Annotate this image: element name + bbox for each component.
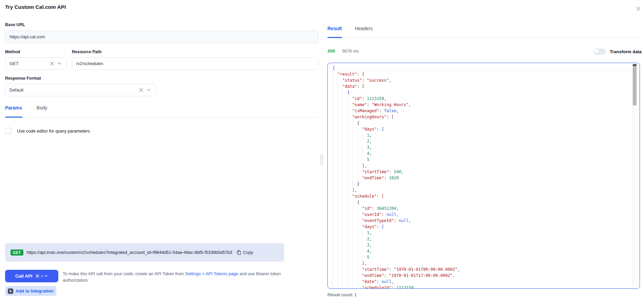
code-editor-checkbox[interactable] (5, 128, 12, 134)
tab-body[interactable]: Body (37, 105, 47, 117)
transform-data-label: Transform data (610, 49, 642, 54)
method-clear-icon[interactable] (48, 60, 56, 67)
response-format-clear-icon[interactable] (137, 86, 145, 94)
tab-result[interactable]: Result (327, 26, 342, 38)
response-format-label: Response Format (5, 76, 41, 81)
resource-path-label: Resource Path (72, 49, 102, 54)
tab-headers[interactable]: Headers (355, 26, 373, 38)
code-editor-checkbox-label: Use code editor for query parameters (17, 128, 90, 134)
status-code: 200 (327, 48, 335, 54)
hint-prefix: To make this API call from your code, cr… (63, 271, 184, 276)
method-select[interactable]: GET (5, 57, 67, 70)
api-token-hint: To make this API call from your code, cr… (63, 270, 303, 283)
add-to-integration-label: Add to Integration (16, 288, 54, 294)
json-result-viewer[interactable]: {"result": {"status": "success","data": … (327, 63, 640, 289)
status-separator: · (338, 48, 339, 54)
call-api-shortcut: ⌘ + ↵ (35, 274, 48, 279)
response-format-chevron-down-icon[interactable] (145, 86, 152, 94)
scrollbar-thumb[interactable] (633, 66, 637, 105)
request-tabs: Params Body (5, 105, 319, 118)
api-tokens-link[interactable]: Settings > API Tokens page (185, 271, 238, 276)
copy-icon (237, 250, 241, 255)
resource-path-input[interactable] (72, 57, 319, 70)
try-api-dialog: Try Custom Cal.com API Base URL Method G… (0, 0, 644, 302)
call-api-button[interactable]: Call API ⌘ + ↵ (5, 270, 58, 282)
code-editor-checkbox-row: Use code editor for query parameters (5, 128, 90, 134)
method-chevron-down-icon[interactable] (56, 60, 63, 67)
panel-resize-handle[interactable] (320, 154, 323, 165)
method-label: Method (5, 49, 20, 54)
close-button[interactable] (635, 5, 642, 12)
toggle-knob (594, 49, 599, 54)
base-url-input[interactable] (5, 31, 319, 43)
code-scrollbar[interactable] (632, 63, 637, 288)
json-code: {"result": {"status": "success","data": … (328, 63, 634, 288)
transform-data-toggle[interactable] (593, 48, 606, 55)
transform-data-row: Transform data (585, 48, 642, 55)
base-url-label: Base URL (5, 22, 25, 27)
response-tabs: Result Headers (327, 26, 642, 38)
response-status-row: 200 · 5678 ms (327, 48, 359, 54)
call-api-label: Call API (15, 274, 33, 279)
copy-button[interactable]: Copy (237, 250, 253, 255)
add-to-integration-button[interactable]: Add to Integration (5, 286, 56, 296)
method-badge: GET (11, 249, 23, 256)
response-format-value: Default (9, 87, 137, 93)
method-value: GET (9, 61, 48, 66)
copy-label: Copy (243, 250, 253, 255)
request-url: https://api.truto.one/custom/v2/schedule… (27, 250, 233, 255)
request-url-bar: GET https://api.truto.one/custom/v2/sche… (5, 243, 284, 262)
result-count: Result count: 1 (327, 292, 357, 297)
page-title: Try Custom Cal.com API (5, 4, 66, 10)
tab-params[interactable]: Params (5, 105, 22, 117)
response-format-select[interactable]: Default (5, 84, 156, 96)
close-icon (636, 6, 641, 11)
play-icon (8, 288, 13, 294)
response-duration: 5678 ms (342, 48, 359, 54)
